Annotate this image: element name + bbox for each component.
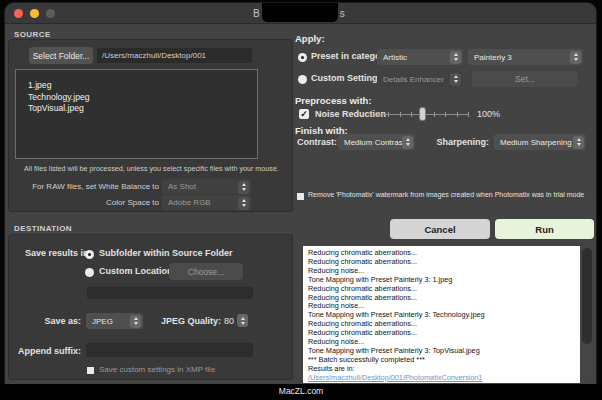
custom-settings-radio[interactable]	[298, 75, 307, 84]
sharpening-value: Medium Sharpening	[500, 138, 572, 147]
xmp-checkbox-label[interactable]: Save custom settings in XMP file	[99, 365, 215, 374]
custom-location-field[interactable]	[87, 287, 253, 299]
slider-thumb[interactable]	[419, 107, 426, 121]
dropdown-arrows-icon	[573, 136, 584, 149]
contrast-select[interactable]: Medium Contrast	[338, 134, 415, 150]
choose-button[interactable]: Choose...	[169, 263, 243, 280]
source-group: Select Folder... /Users/maczhuli/Desktop…	[8, 39, 293, 212]
noise-reduction-checkbox[interactable]: ✓	[299, 109, 309, 119]
log-scrollbar[interactable]	[580, 246, 594, 383]
check-icon: ✓	[300, 109, 308, 119]
contrast-value: Medium Contrast	[344, 138, 405, 147]
dropdown-arrows-icon	[238, 181, 249, 194]
save-as-value: JPEG	[92, 317, 113, 326]
noise-reduction-slider[interactable]	[377, 107, 469, 121]
contrast-label: Contrast:	[297, 137, 337, 147]
subfolder-radio-label[interactable]: Subfolder within Source Folder	[99, 248, 233, 258]
title-text-right: s	[340, 8, 345, 19]
fullscreen-button[interactable]	[46, 9, 55, 18]
dropdown-arrows-icon	[450, 73, 461, 86]
window-title: B s	[253, 3, 345, 24]
close-button[interactable]	[14, 9, 23, 18]
watermark-text: MacZL.com	[279, 386, 323, 396]
source-note: All files listed will be processed, unle…	[13, 164, 290, 173]
select-folder-button[interactable]: Select Folder...	[29, 47, 93, 64]
file-list-item[interactable]: Technology.jpeg	[28, 92, 257, 104]
subfolder-radio[interactable]	[85, 250, 94, 259]
traffic-lights	[14, 9, 55, 18]
results-folder-link[interactable]: /Users/maczhuli/Desktop/001/PhotomatixCo…	[308, 374, 580, 383]
white-balance-label: For RAW files, set White Balance to	[9, 182, 159, 191]
custom-location-radio-label[interactable]: Custom Location	[99, 266, 173, 276]
title-redaction-box	[262, 3, 338, 22]
preprocess-header: Preprocess with:	[295, 95, 372, 106]
title-text-left: B	[253, 8, 260, 19]
batch-photos-dialog: B s SOURCE Select Folder... /Users/maczh…	[5, 3, 596, 384]
jpeg-quality-stepper[interactable]	[237, 314, 248, 327]
file-list-item[interactable]: TopVisual.jpeg	[28, 103, 257, 115]
custom-method-value: Details Enhancer	[383, 75, 444, 84]
batch-log: Reducing chromatic aberrations... Reduci…	[303, 246, 580, 383]
dropdown-arrows-icon	[450, 51, 461, 64]
remove-watermark-checkbox[interactable]	[297, 193, 304, 200]
remove-watermark-label[interactable]: Remove 'Photomatix' watermark from image…	[308, 191, 584, 198]
jpeg-quality-value: 80	[224, 316, 234, 326]
white-balance-value: As Shot	[168, 182, 196, 191]
noise-reduction-label[interactable]: Noise Reduction	[315, 109, 386, 119]
sharpening-label: Sharpening:	[433, 137, 489, 147]
custom-method-select[interactable]: Details Enhancer	[377, 71, 463, 87]
cancel-button[interactable]: Cancel	[390, 219, 490, 239]
titlebar: B s	[5, 3, 596, 24]
append-suffix-input[interactable]	[86, 343, 253, 357]
dropdown-arrows-icon	[130, 315, 141, 328]
noise-reduction-amount: 100%	[477, 109, 500, 119]
run-button[interactable]: Run	[495, 219, 594, 239]
white-balance-select[interactable]: As Shot	[162, 179, 251, 194]
dropdown-arrows-icon	[238, 197, 249, 210]
color-space-label: Color Space to	[9, 198, 159, 207]
folder-path-field[interactable]: /Users/maczhuli/Desktop/001	[97, 48, 252, 63]
color-space-select[interactable]: Adobe RGB	[162, 195, 251, 210]
preset-name-select[interactable]: Painterly 3	[468, 49, 583, 65]
preset-radio[interactable]	[298, 53, 307, 62]
preset-category-value: Artistic	[383, 53, 407, 62]
minimize-button[interactable]	[30, 9, 39, 18]
file-list-item[interactable]: 1.jpeg	[28, 80, 257, 92]
file-list[interactable]: 1.jpeg Technology.jpeg TopVisual.jpeg	[15, 69, 258, 159]
sharpening-select[interactable]: Medium Sharpening	[494, 134, 586, 150]
save-results-label: Save results in	[25, 248, 89, 258]
source-header: SOURCE	[14, 30, 51, 39]
apply-header: Apply:	[295, 33, 325, 44]
save-as-label: Save as:	[9, 316, 81, 326]
preset-name-value: Painterly 3	[474, 53, 512, 62]
dropdown-arrows-icon	[402, 136, 413, 149]
destination-group: Save results in Subfolder within Source …	[8, 234, 293, 380]
color-space-value: Adobe RGB	[168, 198, 211, 207]
xmp-checkbox[interactable]	[87, 367, 94, 374]
watermark-bar: MacZL.com	[0, 384, 602, 400]
save-as-select[interactable]: JPEG	[86, 313, 143, 329]
destination-header: DESTINATION	[14, 224, 72, 233]
dropdown-arrows-icon	[570, 51, 581, 64]
log-scrollbar-thumb[interactable]	[582, 248, 592, 344]
set-button[interactable]: Set...	[472, 71, 578, 87]
append-suffix-label: Append suffix:	[9, 346, 81, 356]
jpeg-quality-label: JPEG Quality:	[149, 316, 221, 326]
screenshot-frame: B s SOURCE Select Folder... /Users/maczh…	[0, 0, 602, 400]
custom-location-radio[interactable]	[85, 268, 94, 277]
preset-category-select[interactable]: Artistic	[377, 49, 463, 65]
